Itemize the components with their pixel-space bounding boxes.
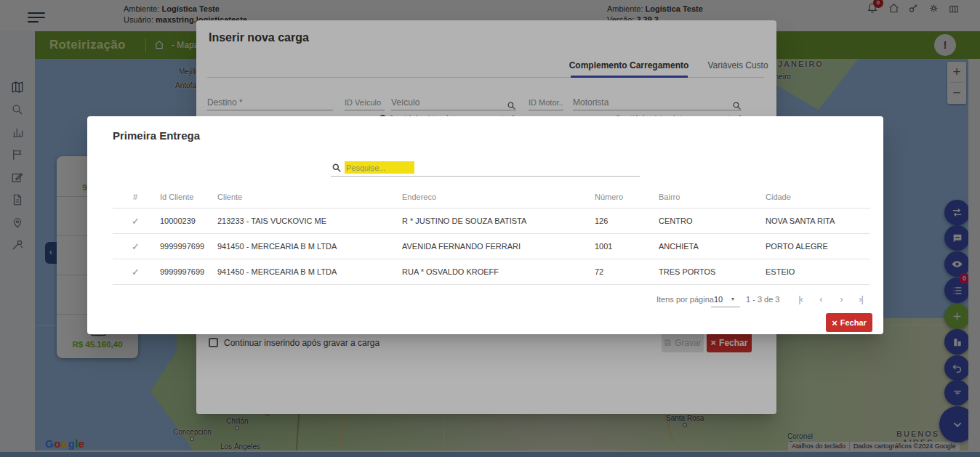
cell-cidade: PORTO ALEGRE [766, 242, 870, 251]
dialog-title: Primeira Entrega [113, 129, 200, 142]
col-header-numero: Número [595, 193, 659, 201]
cell-id-cliente: 9999997699 [160, 267, 217, 276]
select-underline [711, 307, 740, 307]
cell-numero: 126 [595, 217, 659, 225]
table-header-row: # Id Cliente Cliente Endereco Número Bai… [113, 185, 870, 209]
last-page-button[interactable]: ›| [853, 294, 869, 304]
cell-cidade: ESTEIO [766, 267, 870, 276]
close-x-icon: × [832, 318, 838, 328]
cell-id-cliente: 10000239 [160, 217, 217, 225]
col-header-cliente: Cliente [217, 193, 402, 201]
cell-cliente: 941450 - MERCEARIA B M LTDA [217, 267, 402, 276]
cell-cliente: 213233 - TAIS VUCKOVIC ME [217, 217, 402, 225]
cell-id-cliente: 9999997699 [160, 242, 217, 251]
first-page-button[interactable]: |‹ [792, 294, 808, 304]
cell-bairro: ANCHIETA [659, 242, 766, 251]
cell-cidade: NOVA SANTA RITA [766, 217, 870, 225]
fechar-label: Fechar [840, 318, 867, 327]
col-header-check: # [113, 193, 160, 201]
table-row[interactable]: ✓ 9999997699 941450 - MERCEARIA B M LTDA… [113, 259, 870, 285]
col-header-endereco: Endereco [402, 193, 595, 201]
clientes-table: # Id Cliente Cliente Endereco Número Bai… [113, 185, 870, 285]
chevron-down-icon[interactable]: ▾ [731, 296, 734, 302]
primeira-entrega-dialog: Primeira Entrega # Id Cliente Cliente En… [87, 116, 883, 334]
check-icon[interactable]: ✓ [113, 267, 160, 278]
items-per-page-select[interactable]: 10 [714, 295, 723, 304]
cell-endereco: AVENIDA FERNANDO FERRARI [402, 242, 595, 251]
search-input[interactable] [345, 161, 414, 174]
search-underline [331, 176, 640, 177]
col-header-id-cliente: Id Cliente [160, 193, 217, 201]
cell-numero: 72 [595, 267, 659, 276]
table-row[interactable]: ✓ 9999997699 941450 - MERCEARIA B M LTDA… [113, 234, 870, 259]
cell-endereco: R * JUSTINO DE SOUZA BATISTA [402, 217, 595, 225]
cell-cliente: 941450 - MERCEARIA B M LTDA [217, 242, 402, 251]
table-row[interactable]: ✓ 10000239 213233 - TAIS VUCKOVIC ME R *… [113, 209, 870, 234]
next-page-button[interactable]: › [833, 294, 849, 304]
search-icon [332, 163, 342, 176]
items-per-page-label: Itens por página [656, 295, 714, 304]
cell-bairro: CENTRO [659, 217, 766, 225]
pagination-range: 1 - 3 de 3 [746, 295, 779, 304]
check-icon[interactable]: ✓ [113, 216, 160, 227]
check-icon[interactable]: ✓ [113, 241, 160, 252]
col-header-cidade: Cidade [766, 193, 870, 201]
col-header-bairro: Bairro [659, 193, 766, 201]
fechar-button[interactable]: × Fechar [826, 313, 872, 332]
cell-bairro: TRES PORTOS [659, 267, 766, 276]
app-window: Ambiente: Logística Teste Usuário: maxst… [0, 0, 980, 457]
prev-page-button[interactable]: ‹ [813, 294, 829, 304]
cell-endereco: RUA * OSVALDO KROEFF [402, 267, 595, 276]
cell-numero: 1001 [595, 242, 659, 251]
